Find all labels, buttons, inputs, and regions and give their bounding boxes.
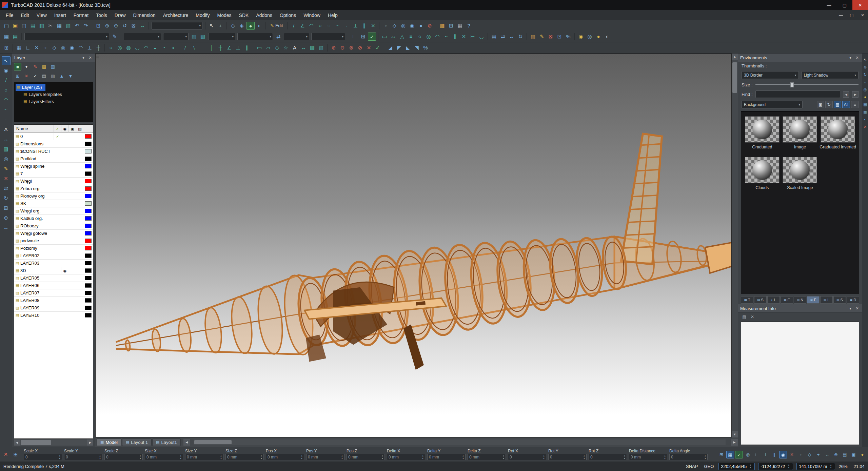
visible-column-icon[interactable]: ◉ bbox=[61, 125, 68, 133]
browse-env-button[interactable]: ▣ bbox=[817, 101, 824, 108]
delete-layer-icon[interactable]: ✕ bbox=[23, 73, 30, 80]
layer-combo[interactable]: ▾ bbox=[124, 33, 161, 40]
snap-mode-5-icon[interactable]: ∟ bbox=[753, 451, 761, 458]
rename-layer-icon[interactable]: ✎ bbox=[32, 63, 39, 70]
circle-center-icon[interactable]: ○ bbox=[416, 33, 424, 41]
chevron-down-icon[interactable]: ▾ bbox=[199, 24, 201, 27]
slice-icon[interactable]: ⊘ bbox=[356, 44, 364, 52]
design-director-icon[interactable]: ▦ bbox=[2, 33, 11, 41]
format-painter-icon[interactable]: ✎ bbox=[538, 33, 546, 41]
palette-tab-9[interactable]: ▣D bbox=[847, 296, 859, 304]
line-tool-icon[interactable]: / bbox=[290, 22, 298, 30]
scroll-left-icon[interactable]: ◀ bbox=[14, 439, 20, 446]
layer-row[interactable]: ▤LAYER02 bbox=[14, 252, 93, 260]
hscroll-thumb[interactable] bbox=[194, 440, 232, 444]
apply-layer-icon[interactable]: ✓ bbox=[32, 73, 39, 80]
pan3-icon[interactable]: ↔ bbox=[863, 79, 868, 85]
multiline-icon[interactable]: ≡ bbox=[407, 33, 415, 41]
zoom3-icon[interactable]: ⊕ bbox=[863, 64, 868, 70]
viewport[interactable] bbox=[95, 54, 732, 437]
hatch-tool-icon[interactable]: ▨ bbox=[308, 44, 316, 52]
snap-center-icon[interactable]: ◎ bbox=[399, 22, 407, 30]
front-view-icon[interactable]: ◣ bbox=[404, 44, 412, 52]
chevron-down-icon[interactable]: ▾ bbox=[158, 35, 159, 38]
field-input[interactable]: 0 mm▴▾ bbox=[306, 454, 344, 460]
menu-addons[interactable]: Addons bbox=[252, 10, 276, 20]
snap-toggle-icon[interactable]: ✓ bbox=[368, 33, 376, 41]
erase-icon[interactable]: ✕ bbox=[2, 174, 11, 183]
circle-2point-icon[interactable]: ◎ bbox=[425, 33, 433, 41]
select-all-layers-icon[interactable]: ⊞ bbox=[14, 73, 21, 80]
stepper-icon[interactable]: ▴▾ bbox=[179, 454, 183, 460]
stepper-icon[interactable]: ▴▾ bbox=[300, 454, 304, 460]
thumbnail-size-slider[interactable] bbox=[755, 82, 859, 88]
layer-row[interactable]: ▤Wręgi gotowe bbox=[14, 230, 93, 237]
layer-visible-cell[interactable]: ◉ bbox=[61, 267, 68, 274]
fillet-icon[interactable]: ◡ bbox=[477, 33, 486, 41]
layer-color-swatch[interactable] bbox=[85, 157, 92, 161]
layer-color-swatch[interactable] bbox=[85, 134, 92, 139]
close-button[interactable]: ✕ bbox=[852, 0, 868, 10]
pin-icon[interactable]: ▾ bbox=[848, 56, 853, 60]
scroll-right-icon[interactable]: ▶ bbox=[87, 439, 93, 446]
snap-mode-8-icon[interactable]: ◉ bbox=[779, 451, 787, 458]
measure-table-icon[interactable]: ▤ bbox=[741, 314, 747, 320]
stepper-icon[interactable]: ▴▾ bbox=[582, 454, 586, 460]
layer-tree-filters[interactable]: ▤ LayersFilters bbox=[22, 98, 92, 105]
pen-color-combo[interactable]: ▾ bbox=[163, 33, 189, 40]
group-icon[interactable]: ⊡ bbox=[555, 33, 564, 41]
environment-thumbnail[interactable]: Image bbox=[782, 116, 818, 149]
stepper-icon[interactable]: ▴▾ bbox=[58, 454, 62, 460]
tab-layout1[interactable]: ▤Layout1 bbox=[152, 438, 181, 446]
circle-icon[interactable]: ○ bbox=[2, 86, 11, 95]
zoom2-icon[interactable]: ⊕ bbox=[2, 213, 11, 222]
rotate2-icon[interactable]: ↻ bbox=[2, 194, 11, 203]
layer-color-swatch[interactable] bbox=[85, 231, 92, 236]
shadow-icon[interactable]: ◐ bbox=[603, 33, 611, 41]
point-tool-icon[interactable]: · bbox=[342, 22, 351, 30]
quality-render-icon[interactable]: ● bbox=[246, 22, 255, 30]
line-width-combo[interactable]: ▾ bbox=[237, 33, 273, 40]
stepper-icon[interactable]: ▴▾ bbox=[380, 454, 384, 460]
layer-color-swatch[interactable] bbox=[85, 186, 92, 191]
orbit-icon[interactable]: ↻ bbox=[863, 72, 868, 77]
move-icon[interactable]: ↔ bbox=[508, 33, 516, 41]
y-coordinate-field[interactable]: -1124,62272 ▴▾ bbox=[758, 463, 793, 470]
print-icon[interactable]: ▤ bbox=[29, 22, 37, 30]
palette-tab-3[interactable]: ◐L bbox=[767, 296, 780, 304]
layer-tree-root[interactable]: ▦ Layer (25) bbox=[16, 84, 45, 91]
layer-row[interactable]: ▤LAYER05 bbox=[14, 274, 93, 282]
redo-icon[interactable]: ↷ bbox=[82, 22, 90, 30]
snap-nearest-icon[interactable]: ● bbox=[417, 22, 425, 30]
layers2-icon[interactable]: ▤ bbox=[863, 102, 868, 107]
pan2-icon[interactable]: ↔ bbox=[2, 223, 11, 232]
zoom-out-icon[interactable]: ⊖ bbox=[112, 22, 120, 30]
snap-mode-15-icon[interactable]: ▤ bbox=[841, 451, 849, 458]
vline-icon[interactable]: │ bbox=[208, 44, 216, 52]
stepper-icon[interactable]: ▴▾ bbox=[138, 454, 142, 460]
snap-mode-9-icon[interactable]: ✕ bbox=[788, 451, 796, 458]
slider-knob[interactable] bbox=[790, 82, 794, 87]
palettes-icon[interactable]: ⊞ bbox=[447, 22, 455, 30]
select-tool-icon[interactable]: ↖ bbox=[2, 56, 11, 65]
layer-row[interactable]: ▤SK bbox=[14, 200, 93, 207]
minimize-button[interactable]: — bbox=[821, 0, 837, 10]
pick-point-icon[interactable]: + bbox=[216, 22, 224, 30]
layer-row[interactable]: ▤0✓ bbox=[14, 133, 93, 140]
zoom-level[interactable]: 26% bbox=[839, 464, 847, 469]
tab-layout-1[interactable]: ▤Layout 1 bbox=[122, 438, 152, 446]
union-icon[interactable]: ⊕ bbox=[330, 44, 338, 52]
print-column-icon[interactable]: ▤ bbox=[76, 125, 83, 133]
camera-icon[interactable]: ◎ bbox=[586, 33, 594, 41]
child-close-button[interactable]: ✕ bbox=[857, 10, 868, 20]
layer-color-swatch[interactable] bbox=[85, 276, 92, 280]
snap-mode-10-icon[interactable]: ▫ bbox=[797, 451, 805, 458]
find-previous-icon[interactable]: ◀ bbox=[843, 91, 849, 98]
menu-file[interactable]: File bbox=[2, 10, 17, 20]
snap-status-toggle[interactable]: SNAP bbox=[685, 464, 699, 469]
layer-color-swatch[interactable] bbox=[85, 142, 92, 146]
layer-row[interactable]: ▤Poziomy bbox=[14, 245, 93, 252]
arc-icon[interactable]: ◠ bbox=[2, 96, 11, 104]
stepper-icon[interactable]: ▴▾ bbox=[421, 454, 425, 460]
menu-insert[interactable]: Insert bbox=[51, 10, 70, 20]
